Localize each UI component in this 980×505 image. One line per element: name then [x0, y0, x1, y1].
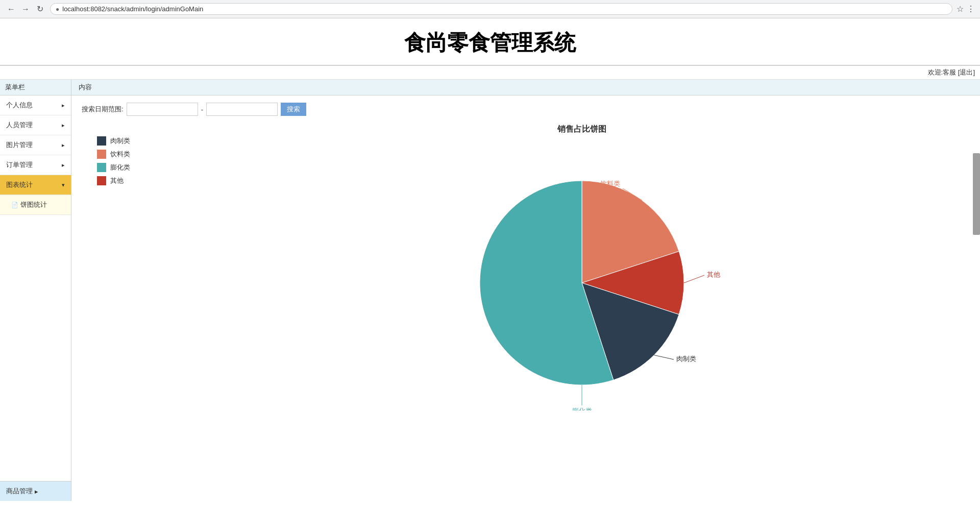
- content-area: 内容 搜索日期范围: - 搜索 肉制类: [71, 80, 980, 501]
- chart-title: 销售占比饼图: [557, 124, 606, 135]
- sidebar-item-pie[interactable]: 📄 饼图统计: [0, 195, 71, 215]
- legend-color-other: [97, 176, 106, 185]
- legend-list: 肉制类 饮料类 膨化类 其他: [97, 136, 194, 185]
- label-text-meat: 肉制类: [676, 355, 696, 363]
- lock-icon: ●: [56, 6, 59, 13]
- sidebar-label: 图片管理: [6, 140, 33, 150]
- browser-actions: ☆ ⋮: [957, 4, 975, 14]
- scrollbar-thumb[interactable]: [973, 153, 980, 235]
- arrow-icon: ▸: [62, 142, 65, 149]
- sidebar-item-personal[interactable]: 个人信息 ▸: [0, 95, 71, 115]
- browser-nav: ← → ↻: [5, 3, 46, 15]
- legend: 肉制类 饮料类 膨化类 其他: [92, 124, 194, 411]
- label-text-other: 其他: [707, 271, 720, 278]
- arrow-icon: ▸: [62, 122, 65, 129]
- sidebar-items: 个人信息 ▸ 人员管理 ▸ 图片管理 ▸ 订单管理 ▸ 图表统计 ▾ 📄 饼图统…: [0, 95, 71, 288]
- sidebar-label: 图表统计: [6, 180, 33, 189]
- label-line-other: [684, 275, 704, 283]
- page-title: 食尚零食管理系统: [0, 29, 980, 57]
- legend-color-drink: [97, 150, 106, 159]
- sidebar-label: 商品管理: [6, 487, 33, 496]
- legend-item-meat: 肉制类: [97, 136, 194, 146]
- search-separator: -: [201, 106, 203, 113]
- sidebar-item-goods[interactable]: 商品管理 ▸: [0, 481, 71, 501]
- sidebar-item-order[interactable]: 订单管理 ▸: [0, 155, 71, 175]
- legend-label-drink: 饮料类: [110, 150, 130, 159]
- legend-label-meat: 肉制类: [110, 136, 130, 146]
- sidebar-label: 个人信息: [6, 101, 33, 110]
- label-text-drink: 饮料类: [600, 180, 620, 187]
- sidebar-item-chart[interactable]: 图表统计 ▾: [0, 175, 71, 195]
- browser-bar: ← → ↻ ● localhost:8082/snack/admin/login…: [0, 0, 980, 18]
- welcome-text: 欢迎:客服: [928, 68, 957, 76]
- arrow-icon: ▸: [62, 162, 65, 169]
- label-line-meat: [654, 355, 674, 359]
- reload-button[interactable]: ↻: [34, 3, 46, 15]
- legend-color-meat: [97, 136, 106, 146]
- main-layout: 菜单栏 个人信息 ▸ 人员管理 ▸ 图片管理 ▸ 订单管理 ▸ 图表统计 ▾: [0, 80, 980, 501]
- address-bar[interactable]: ● localhost:8082/snack/admin/login/admin…: [50, 3, 952, 15]
- legend-color-puffed: [97, 163, 106, 172]
- bookmark-star-icon[interactable]: ☆: [957, 4, 964, 14]
- legend-item-drink: 饮料类: [97, 150, 194, 159]
- legend-label-puffed: 膨化类: [110, 163, 130, 172]
- arrow-icon: ▾: [62, 182, 65, 188]
- search-button[interactable]: 搜索: [281, 103, 306, 116]
- pie-chart-area: 销售占比饼图: [194, 124, 970, 411]
- search-label: 搜索日期范围:: [82, 105, 124, 114]
- sidebar-label: 订单管理: [6, 160, 33, 170]
- page-header: 食尚零食管理系统: [0, 18, 980, 66]
- content-header: 内容: [71, 80, 980, 95]
- content-body: 搜索日期范围: - 搜索 肉制类 饮: [71, 95, 980, 418]
- label-text-puffed: 膨化类: [572, 407, 592, 411]
- date-start-input[interactable]: [127, 103, 198, 116]
- sidebar: 菜单栏 个人信息 ▸ 人员管理 ▸ 图片管理 ▸ 订单管理 ▸ 图表统计 ▾: [0, 80, 71, 501]
- legend-item-other: 其他: [97, 176, 194, 185]
- sidebar-item-image[interactable]: 图片管理 ▸: [0, 135, 71, 155]
- more-icon[interactable]: ⋮: [967, 4, 975, 14]
- legend-item-puffed: 膨化类: [97, 163, 194, 172]
- sidebar-label: 人员管理: [6, 121, 33, 130]
- forward-button[interactable]: →: [19, 3, 32, 15]
- file-icon: 📄: [11, 202, 18, 208]
- logout-link[interactable]: [退出]: [958, 68, 975, 76]
- url-text: localhost:8082/snack/admin/login/adminGo…: [62, 5, 203, 13]
- chart-section: 肉制类 饮料类 膨化类 其他: [82, 124, 970, 411]
- sidebar-label: 饼图统计: [20, 200, 47, 209]
- back-button[interactable]: ←: [5, 3, 17, 15]
- welcome-bar: 欢迎:客服 [退出]: [0, 66, 980, 80]
- sidebar-header: 菜单栏: [0, 80, 71, 95]
- arrow-icon: ▸: [62, 102, 65, 109]
- pie-chart-svg: 饮料类 其他 肉制类: [403, 145, 761, 411]
- search-row: 搜索日期范围: - 搜索: [82, 103, 970, 116]
- date-end-input[interactable]: [206, 103, 278, 116]
- arrow-icon: ▸: [35, 488, 38, 495]
- sidebar-item-staff[interactable]: 人员管理 ▸: [0, 115, 71, 135]
- legend-label-other: 其他: [110, 176, 124, 185]
